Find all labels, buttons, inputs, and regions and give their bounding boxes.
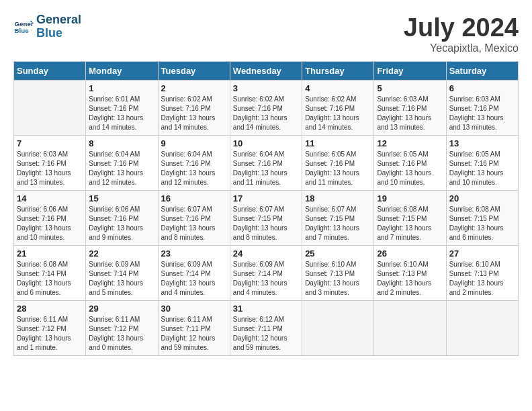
day-cell: 8Sunrise: 6:04 AMSunset: 7:16 PMDaylight… [86, 136, 158, 191]
day-info: Sunrise: 6:01 AMSunset: 7:16 PMDaylight:… [89, 95, 154, 132]
header-cell-thursday: Thursday [302, 62, 374, 81]
day-cell: 22Sunrise: 6:09 AMSunset: 7:14 PMDayligh… [86, 246, 158, 301]
day-info: Sunrise: 6:04 AMSunset: 7:16 PMDaylight:… [233, 150, 299, 187]
day-info: Sunrise: 6:12 AMSunset: 7:11 PMDaylight:… [233, 315, 299, 353]
title-block: July 2024 Yecapixtla, Mexico [404, 13, 519, 54]
week-row-4: 28Sunrise: 6:11 AMSunset: 7:12 PMDayligh… [14, 301, 519, 356]
day-number: 14 [17, 193, 83, 203]
day-cell: 12Sunrise: 6:05 AMSunset: 7:16 PMDayligh… [374, 136, 446, 191]
day-cell: 29Sunrise: 6:11 AMSunset: 7:12 PMDayligh… [86, 301, 158, 356]
day-number: 28 [17, 304, 83, 314]
day-cell: 31Sunrise: 6:12 AMSunset: 7:11 PMDayligh… [230, 301, 302, 356]
day-info: Sunrise: 6:11 AMSunset: 7:12 PMDaylight:… [89, 315, 154, 353]
day-info: Sunrise: 6:03 AMSunset: 7:16 PMDaylight:… [377, 95, 443, 132]
week-row-1: 7Sunrise: 6:03 AMSunset: 7:16 PMDaylight… [14, 136, 519, 191]
day-cell [14, 81, 86, 136]
day-cell: 6Sunrise: 6:03 AMSunset: 7:16 PMDaylight… [446, 81, 518, 136]
calendar-header: SundayMondayTuesdayWednesdayThursdayFrid… [14, 62, 519, 81]
logo-line1: General [36, 13, 81, 26]
day-cell [302, 301, 374, 356]
day-number: 27 [449, 248, 515, 259]
day-info: Sunrise: 6:07 AMSunset: 7:15 PMDaylight:… [233, 205, 299, 242]
day-cell: 21Sunrise: 6:08 AMSunset: 7:14 PMDayligh… [14, 246, 86, 301]
day-cell: 4Sunrise: 6:02 AMSunset: 7:16 PMDaylight… [302, 81, 374, 136]
day-cell: 20Sunrise: 6:08 AMSunset: 7:15 PMDayligh… [446, 191, 518, 246]
day-info: Sunrise: 6:08 AMSunset: 7:15 PMDaylight:… [377, 205, 443, 242]
day-number: 2 [161, 83, 227, 93]
location: Yecapixtla, Mexico [404, 42, 519, 54]
day-number: 17 [233, 193, 299, 203]
day-cell: 27Sunrise: 6:10 AMSunset: 7:13 PMDayligh… [446, 246, 518, 301]
header-cell-tuesday: Tuesday [158, 62, 230, 81]
day-info: Sunrise: 6:04 AMSunset: 7:16 PMDaylight:… [89, 150, 154, 187]
day-info: Sunrise: 6:02 AMSunset: 7:16 PMDaylight:… [161, 95, 227, 132]
day-cell: 1Sunrise: 6:01 AMSunset: 7:16 PMDaylight… [86, 81, 158, 136]
day-cell: 25Sunrise: 6:10 AMSunset: 7:13 PMDayligh… [302, 246, 374, 301]
day-cell: 15Sunrise: 6:06 AMSunset: 7:16 PMDayligh… [86, 191, 158, 246]
header-cell-saturday: Saturday [446, 62, 518, 81]
day-number: 26 [377, 248, 443, 259]
day-number: 24 [233, 248, 299, 259]
day-info: Sunrise: 6:11 AMSunset: 7:11 PMDaylight:… [161, 315, 227, 353]
day-number: 3 [233, 83, 299, 93]
day-cell: 13Sunrise: 6:05 AMSunset: 7:16 PMDayligh… [446, 136, 518, 191]
day-number: 9 [161, 138, 227, 148]
day-info: Sunrise: 6:11 AMSunset: 7:12 PMDaylight:… [17, 315, 83, 353]
logo-icon: General Blue [13, 17, 34, 37]
day-number: 13 [449, 138, 515, 148]
day-number: 5 [377, 83, 443, 93]
day-cell: 14Sunrise: 6:06 AMSunset: 7:16 PMDayligh… [14, 191, 86, 246]
day-cell: 9Sunrise: 6:04 AMSunset: 7:16 PMDaylight… [158, 136, 230, 191]
day-info: Sunrise: 6:05 AMSunset: 7:16 PMDaylight:… [305, 150, 371, 187]
header-cell-sunday: Sunday [14, 62, 86, 81]
day-number: 15 [89, 193, 154, 203]
day-number: 4 [305, 83, 371, 93]
day-number: 11 [305, 138, 371, 148]
day-cell: 26Sunrise: 6:10 AMSunset: 7:13 PMDayligh… [374, 246, 446, 301]
day-cell: 5Sunrise: 6:03 AMSunset: 7:16 PMDaylight… [374, 81, 446, 136]
day-cell: 28Sunrise: 6:11 AMSunset: 7:12 PMDayligh… [14, 301, 86, 356]
day-number: 18 [305, 193, 371, 203]
day-number: 8 [89, 138, 154, 148]
day-info: Sunrise: 6:09 AMSunset: 7:14 PMDaylight:… [233, 260, 299, 298]
day-number: 25 [305, 248, 371, 259]
week-row-2: 14Sunrise: 6:06 AMSunset: 7:16 PMDayligh… [14, 191, 519, 246]
day-number: 10 [233, 138, 299, 148]
day-number: 20 [449, 193, 515, 203]
day-info: Sunrise: 6:04 AMSunset: 7:16 PMDaylight:… [161, 150, 227, 187]
logo-line2: Blue [36, 26, 62, 40]
day-number: 22 [89, 248, 154, 259]
header-cell-friday: Friday [374, 62, 446, 81]
week-row-0: 1Sunrise: 6:01 AMSunset: 7:16 PMDaylight… [14, 81, 519, 136]
day-info: Sunrise: 6:09 AMSunset: 7:14 PMDaylight:… [161, 260, 227, 298]
calendar-table: SundayMondayTuesdayWednesdayThursdayFrid… [13, 61, 519, 356]
logo: General Blue General Blue [13, 13, 81, 40]
header-row: SundayMondayTuesdayWednesdayThursdayFrid… [14, 62, 519, 81]
page-header: General Blue General Blue July 2024 Yeca… [13, 13, 519, 54]
day-info: Sunrise: 6:06 AMSunset: 7:16 PMDaylight:… [17, 205, 83, 242]
day-info: Sunrise: 6:07 AMSunset: 7:15 PMDaylight:… [305, 205, 371, 242]
day-number: 29 [89, 304, 154, 314]
day-cell: 3Sunrise: 6:02 AMSunset: 7:16 PMDaylight… [230, 81, 302, 136]
day-info: Sunrise: 6:03 AMSunset: 7:16 PMDaylight:… [449, 95, 515, 132]
day-number: 19 [377, 193, 443, 203]
day-number: 21 [17, 248, 83, 259]
day-cell: 18Sunrise: 6:07 AMSunset: 7:15 PMDayligh… [302, 191, 374, 246]
day-number: 30 [161, 304, 227, 314]
logo-text: General Blue [36, 13, 81, 40]
day-info: Sunrise: 6:10 AMSunset: 7:13 PMDaylight:… [449, 260, 515, 298]
day-info: Sunrise: 6:08 AMSunset: 7:14 PMDaylight:… [17, 260, 83, 298]
day-number: 1 [89, 83, 154, 93]
day-cell [446, 301, 518, 356]
day-info: Sunrise: 6:02 AMSunset: 7:16 PMDaylight:… [305, 95, 371, 132]
day-info: Sunrise: 6:07 AMSunset: 7:16 PMDaylight:… [161, 205, 227, 242]
day-cell: 16Sunrise: 6:07 AMSunset: 7:16 PMDayligh… [158, 191, 230, 246]
svg-text:Blue: Blue [15, 27, 30, 34]
day-info: Sunrise: 6:03 AMSunset: 7:16 PMDaylight:… [17, 150, 83, 187]
day-cell: 10Sunrise: 6:04 AMSunset: 7:16 PMDayligh… [230, 136, 302, 191]
day-info: Sunrise: 6:10 AMSunset: 7:13 PMDaylight:… [377, 260, 443, 298]
day-info: Sunrise: 6:08 AMSunset: 7:15 PMDaylight:… [449, 205, 515, 242]
month-title: July 2024 [404, 13, 519, 42]
day-number: 7 [17, 138, 83, 148]
day-number: 31 [233, 304, 299, 314]
